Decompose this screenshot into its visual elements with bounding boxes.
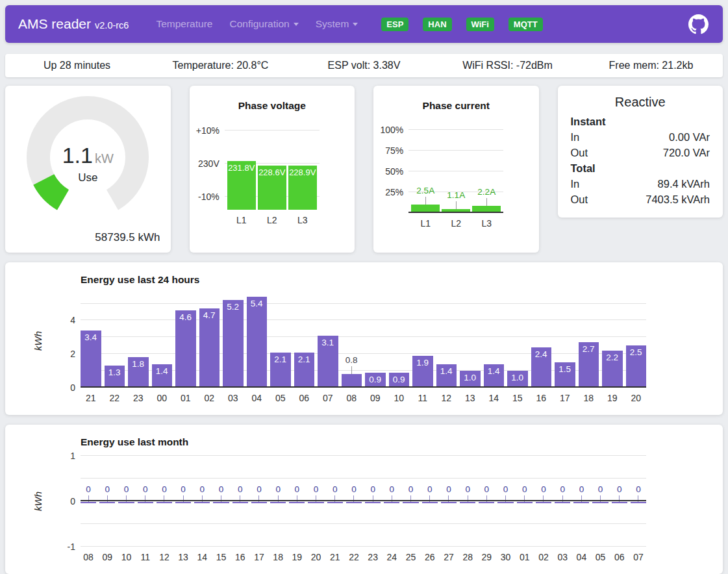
bar-value-label: 2.4	[530, 349, 553, 359]
label-connector-line	[425, 197, 426, 205]
energy-month-plot: kWh10-1000000000000000000000000000000	[81, 456, 646, 547]
x-tick-label: 11	[412, 393, 433, 403]
status-esp-volt: ESP volt: 3.38V	[292, 60, 436, 71]
x-tick-label: 06	[294, 393, 315, 403]
energy-month-title: Energy use last month	[81, 436, 707, 448]
bar	[213, 502, 229, 503]
nav-item-temperature[interactable]: Temperature	[156, 18, 212, 30]
page: AMS reader v2.0-rc6 TemperatureConfigura…	[0, 0, 728, 574]
bar	[479, 502, 494, 503]
x-tick-label: 14	[484, 393, 505, 403]
bar-value-label: 0	[555, 484, 570, 494]
bar-value-label: 1.9	[411, 358, 434, 368]
x-tick-label: 23	[365, 552, 381, 562]
bar-column: 1.4	[436, 364, 457, 388]
phase-voltage-chart: +10%230V-10%231.8V228.6V228.9VL1L2L3	[225, 122, 320, 225]
x-tick-label: L1	[411, 218, 440, 229]
bar: 3.4	[81, 331, 101, 388]
bar	[270, 502, 286, 503]
bar: 4.6	[175, 310, 196, 388]
bar-value-label: 1.4	[435, 366, 458, 376]
bar-column: 0	[251, 484, 267, 501]
x-tick-label: 07	[318, 393, 338, 403]
energy-24h-title: Energy use last 24 hours	[81, 274, 707, 286]
phase-voltage-x-labels: L1L2L3	[225, 215, 320, 225]
bar-column: 0	[441, 484, 457, 501]
status-wifi-rssi: WiFi RSSI: -72dBm	[436, 60, 579, 71]
bar: 1.8	[128, 357, 149, 388]
energy-24h-card: Energy use last 24 hours kWh4203.41.31.8…	[5, 262, 723, 415]
bar	[460, 502, 475, 503]
total-energy-counter: 58739.5 kWh	[95, 231, 160, 244]
bar	[441, 502, 457, 503]
bar-column: 0	[536, 484, 551, 501]
bar-column: 0	[403, 484, 418, 501]
bar-value-label: 0	[270, 484, 286, 494]
bar-value-label: 1.5	[553, 364, 577, 374]
y-tick-label: 100%	[380, 124, 403, 136]
app-version: v2.0-rc6	[95, 20, 129, 31]
bar-value-label: 0	[536, 484, 551, 494]
bar-column: 0	[631, 484, 646, 501]
bar: 5.2	[223, 300, 244, 388]
y-tick-label: 75%	[380, 145, 403, 156]
bar-value-label: 0	[327, 484, 343, 494]
reactive-row-label: Out	[571, 192, 588, 207]
nav-links: TemperatureConfigurationSystem	[139, 18, 358, 30]
bar: 2.7	[579, 342, 599, 388]
bar	[157, 502, 172, 503]
reactive-section-header: Total	[571, 160, 710, 176]
gridline	[408, 171, 503, 171]
x-tick-label: 19	[289, 552, 305, 562]
x-tick-label: 15	[213, 552, 229, 562]
y-tick-label: 4	[52, 314, 75, 326]
x-tick-label: 12	[157, 552, 172, 562]
x-tick-label: 17	[251, 552, 267, 562]
x-tick-label: 17	[555, 393, 575, 403]
x-tick-label: 07	[631, 552, 646, 562]
bar-column: 0	[175, 484, 191, 501]
bar-value-label: 0	[157, 484, 172, 494]
y-tick-label: 2	[52, 348, 75, 360]
y-tick-label: 0	[52, 495, 75, 507]
bar-value-label: 4.7	[198, 310, 221, 320]
bar-value-label: 0	[612, 484, 627, 494]
github-link[interactable]	[688, 14, 709, 34]
bar	[138, 502, 153, 503]
bar-column: 0	[479, 484, 494, 501]
bar	[497, 502, 513, 503]
x-tick-label: 16	[531, 393, 552, 403]
bar	[99, 502, 115, 503]
bar	[403, 502, 418, 503]
x-tick-label: 13	[460, 393, 481, 403]
phase-current-bars: 2.5A1.1A2.2A	[408, 186, 503, 213]
app-title: AMS reader	[18, 16, 91, 32]
bar-value-label: 0	[517, 484, 533, 494]
reactive-row-value: 720.0 VAr	[663, 145, 710, 160]
bar-column: 0	[99, 484, 115, 501]
bar: 0.9	[389, 373, 410, 388]
reactive-title: Reactive	[571, 95, 710, 110]
x-tick-label: 10	[389, 393, 410, 403]
gauge-center-text: 1.1kW Use	[5, 143, 171, 184]
bar: 1.0	[460, 371, 481, 388]
x-tick-label: 16	[232, 552, 248, 562]
badge-han: HAN	[423, 18, 451, 31]
x-tick-label: 09	[365, 393, 386, 403]
bar-column: 0	[194, 484, 210, 501]
gridline	[225, 130, 320, 131]
bar-column: 0	[232, 484, 248, 501]
reactive-row: In0.00 VAr	[571, 129, 710, 145]
bar-column: 0	[573, 484, 589, 501]
phase-voltage-title: Phase voltage	[190, 100, 355, 112]
nav-item-configuration[interactable]: Configuration	[229, 18, 298, 30]
status-temperature: Temperature: 20.8°C	[149, 60, 292, 71]
y-tick-label: 1	[52, 450, 75, 462]
badge-wifi: WiFi	[466, 18, 494, 31]
bar-value-label: 4.6	[174, 312, 197, 322]
bar	[536, 502, 551, 503]
nav-item-system[interactable]: System	[316, 18, 358, 30]
bar-value-label: 2.7	[577, 344, 601, 354]
y-tick-label: +10%	[196, 125, 220, 136]
x-tick-label: 04	[247, 393, 268, 403]
